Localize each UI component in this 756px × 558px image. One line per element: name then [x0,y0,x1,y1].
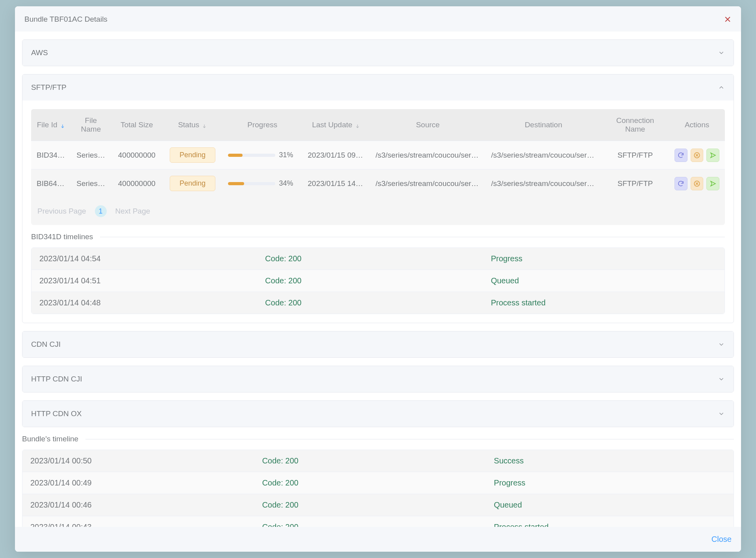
col-source[interactable]: Source [370,109,486,141]
table-row[interactable]: BID341D Series M 400000000 Pending 31% [31,141,725,169]
previous-page-button[interactable]: Previous Page [37,207,86,216]
col-file-id[interactable]: File Id [31,109,71,141]
sort-desc-icon [202,122,207,128]
timeline-row: 2023/01/14 00:50 Code: 200 Success [22,450,734,472]
close-icon[interactable] [724,15,732,23]
cell-last-update: 2023/01/15 09:57 [302,141,370,169]
dialog-footer: Close [15,527,741,552]
chevron-up-icon [718,84,725,91]
pagination: Previous Page 1 Next Page [31,197,725,225]
timeline-status: Queued [494,500,726,510]
collapse-cdn-cji: CDN CJI [22,331,734,358]
progress-value: 34% [279,179,297,188]
col-status[interactable]: Status [163,109,222,141]
row-timeline: 2023/01/14 04:54 Code: 200 Progress 2023… [31,247,725,314]
status-tag: Pending [170,147,215,163]
close-button[interactable]: Close [712,535,732,544]
col-actions-label: Actions [685,121,709,129]
col-actions: Actions [669,109,725,141]
retry-button[interactable] [674,149,687,162]
col-last-update[interactable]: Last Update [302,109,370,141]
next-page-button[interactable]: Next Page [115,207,150,216]
timeline-status: Progress [491,254,717,263]
collapse-sftp-header[interactable]: SFTP/FTP [22,74,734,100]
send-button[interactable] [706,177,719,190]
files-table: File Id File Name Total Size Status Prog… [31,109,725,225]
cell-actions [669,169,725,198]
timeline-status: Progress [494,478,726,487]
cancel-button[interactable] [691,149,704,162]
timeline-date: 2023/01/14 00:43 [30,523,262,527]
cell-total-size: 400000000 [111,169,163,198]
cell-status: Pending [163,141,222,169]
table-row[interactable]: BIB649E Series G 400000000 Pending 34% [31,169,725,198]
row-timeline-title: BID341D timelines [31,232,100,241]
col-file-name-label: File Name [81,116,101,133]
col-total-size[interactable]: Total Size [111,109,163,141]
timeline-row: 2023/01/14 00:43 Code: 200 Process start… [22,516,734,527]
cell-file-name: Series M [71,141,111,169]
collapse-http-cdn-ox: HTTP CDN OX [22,400,734,427]
col-destination[interactable]: Destination [485,109,601,141]
col-connection-name[interactable]: Connection Name [601,109,669,141]
sort-desc-icon [355,122,360,128]
collapse-http-cdn-cji-header[interactable]: HTTP CDN CJI [22,366,734,392]
cancel-button[interactable] [691,177,704,190]
progress-value: 31% [279,151,297,159]
row-timeline-divider: BID341D timelines [31,237,725,237]
dialog-title: Bundle TBF01AC Details [24,15,107,24]
collapse-cdn-cji-title: CDN CJI [31,340,61,349]
dialog: Bundle TBF01AC Details AWS SFTP/FTP [15,6,741,552]
timeline-row: 2023/01/14 04:48 Code: 200 Process start… [32,292,724,314]
timeline-status: Queued [491,276,717,285]
dialog-body: AWS SFTP/FTP [15,32,741,527]
cell-source: /s3/series/stream/coucou/series_g.mkv [370,169,486,198]
timeline-status: Process started [494,523,726,527]
page-number[interactable]: 1 [95,205,107,217]
timeline-date: 2023/01/14 04:51 [39,276,265,285]
timeline-date: 2023/01/14 00:49 [30,478,262,487]
cell-destination: /s3/series/stream/coucou/series_m.mkv [485,141,601,169]
col-file-name[interactable]: File Name [71,109,111,141]
timeline-code: Code: 200 [265,298,491,307]
col-destination-label: Destination [525,121,562,129]
timeline-row: 2023/01/14 04:51 Code: 200 Queued [32,270,724,292]
cell-file-id: BIB649E [31,169,71,198]
progress-bar [228,182,275,185]
collapse-sftp-title: SFTP/FTP [31,83,67,92]
bundle-timeline: 2023/01/14 00:50 Code: 200 Success 2023/… [22,450,734,527]
bundle-timeline-title: Bundle's timeline [22,435,85,443]
collapse-http-cdn-cji: HTTP CDN CJI [22,366,734,392]
timeline-date: 2023/01/14 04:48 [39,298,265,307]
cell-connection-name: SFTP/FTP [601,169,669,198]
cell-destination: /s3/series/stream/coucou/series_g.mkv [485,169,601,198]
timeline-code: Code: 200 [262,478,494,487]
cell-file-name: Series G [71,169,111,198]
timeline-code: Code: 200 [262,523,494,527]
dialog-header: Bundle TBF01AC Details [15,6,741,32]
chevron-down-icon [718,341,725,348]
col-file-id-label: File Id [37,121,57,129]
cell-actions [669,141,725,169]
collapse-aws-header[interactable]: AWS [22,40,734,66]
col-progress[interactable]: Progress [222,109,302,141]
bundle-timeline-divider: Bundle's timeline [22,439,734,439]
collapse-http-cdn-ox-title: HTTP CDN OX [31,409,82,418]
collapse-cdn-cji-header[interactable]: CDN CJI [22,331,734,357]
timeline-row: 2023/01/14 00:46 Code: 200 Queued [22,494,734,516]
col-progress-label: Progress [247,121,277,129]
cell-total-size: 400000000 [111,141,163,169]
collapse-aws-title: AWS [31,48,48,57]
timeline-code: Code: 200 [262,456,494,465]
collapse-http-cdn-ox-header[interactable]: HTTP CDN OX [22,401,734,427]
timeline-status: Process started [491,298,717,307]
timeline-date: 2023/01/14 00:50 [30,456,262,465]
timeline-status: Success [494,456,726,465]
status-tag: Pending [170,176,215,191]
chevron-down-icon [718,376,725,383]
retry-button[interactable] [674,177,687,190]
send-button[interactable] [706,149,719,162]
chevron-down-icon [718,410,725,417]
col-status-label: Status [178,121,199,129]
collapse-aws: AWS [22,39,734,66]
